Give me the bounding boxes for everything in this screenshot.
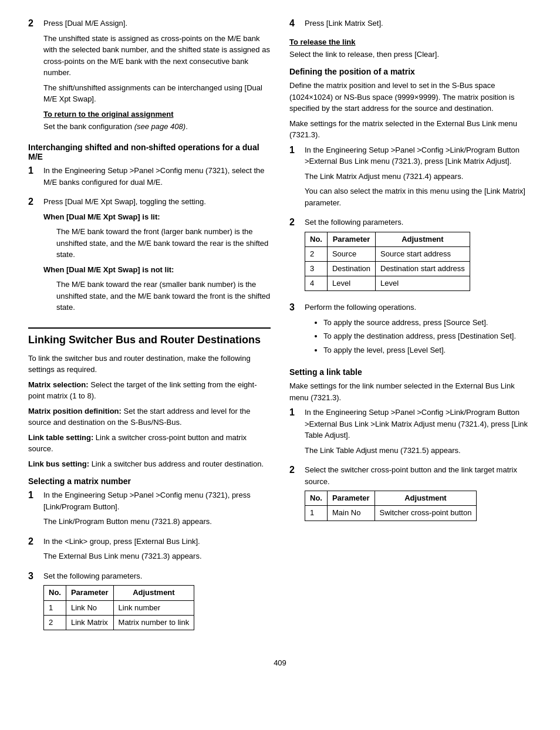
list-item: To apply the destination address, press …: [323, 330, 532, 342]
step-2-setting-link: 2 Select the switcher cross-point button…: [289, 464, 532, 526]
parameters-table-right-defining: No. Parameter Adjustment 2SourceSource s…: [305, 232, 470, 292]
matrix-selection: Matrix selection: Select the target of t…: [28, 379, 271, 402]
step-content: In the Engineering Setup >Panel >Config …: [43, 165, 271, 191]
table-cell: Link Matrix: [66, 615, 113, 630]
link-table: Link table setting: Link a switcher cros…: [28, 432, 271, 455]
step-content: In the <Link> group, press [External Bus…: [43, 536, 271, 566]
step-number: 2: [28, 18, 41, 30]
table-cell: 2: [44, 615, 66, 630]
step-4: 4 Press [Link Matrix Set].: [289, 18, 532, 33]
parameters-table-left: No. Parameter Adjustment 1Link NoLink nu…: [43, 585, 194, 630]
step-number: 2: [28, 196, 41, 208]
step-text: In the Engineering Setup >Panel >Config …: [305, 407, 532, 441]
col-header-param: Parameter: [327, 491, 375, 506]
selecting-matrix-section: Selecting a matrix number 1 In the Engin…: [28, 476, 271, 636]
step-content: Press [Link Matrix Set].: [305, 18, 532, 33]
step-2-interchanging: 2 Press [Dual M/E Xpt Swap], toggling th…: [28, 196, 271, 317]
step-text: In the Engineering Setup >Panel >Config …: [305, 144, 532, 167]
result1: The Link Matrix Adjust menu (7321.4) app…: [305, 171, 532, 182]
table-cell: Level: [376, 276, 470, 291]
table-cell: 3: [305, 261, 328, 276]
setting-link-table-section: Setting a link table Make settings for t…: [289, 367, 532, 526]
col-header-param: Parameter: [327, 232, 375, 246]
table-cell: 4: [305, 276, 328, 291]
step-1-setting-link: 1 In the Engineering Setup >Panel >Confi…: [289, 407, 532, 459]
page-ref: (see page 408): [134, 122, 185, 131]
link-bus: Link bus setting: Link a switcher bus ad…: [28, 458, 271, 470]
step-number: 1: [289, 407, 302, 419]
table-cell: Main No: [327, 506, 375, 521]
col-header-adj: Adjustment: [375, 491, 477, 506]
step-content: Set the following parameters. No. Parame…: [305, 217, 532, 297]
step-text: Press [Link Matrix Set].: [305, 18, 532, 29]
matrix-position: Matrix position definition: Set the star…: [28, 405, 271, 428]
list-item: To apply the source address, press [Sour…: [323, 317, 532, 329]
para2: The shift/unshifted assignments can be i…: [43, 82, 271, 105]
table-cell: Level: [327, 276, 375, 291]
selecting-matrix-title: Selecting a matrix number: [28, 476, 271, 486]
step-content: Perform the following operations. To app…: [305, 302, 532, 360]
when-not-lit: When [Dual M/E Xpt Swap] is not lit:: [43, 264, 271, 276]
setting-link-intro: Make settings for the link number select…: [289, 380, 532, 403]
step-content: In the Engineering Setup >Panel >Config …: [43, 489, 271, 531]
step-number: 2: [289, 464, 302, 476]
defining-intro1: Define the matrix position and level to …: [289, 80, 532, 114]
step-number: 1: [28, 165, 41, 177]
step-text: In the <Link> group, press [External Bus…: [43, 536, 271, 548]
table-cell: Matrix number to link: [113, 615, 194, 630]
step-number: 1: [28, 489, 41, 502]
step-text: Select the switcher cross-point button a…: [305, 464, 532, 487]
step-1-interchanging: 1 In the Engineering Setup >Panel >Confi…: [28, 165, 271, 191]
step-content: Press [Dual M/E Assign]. The unshifted s…: [43, 18, 271, 136]
table-cell: Source: [327, 246, 375, 261]
col-header-no: No.: [305, 232, 328, 246]
subheading-return: To return to the original assignment: [43, 110, 271, 119]
linking-intro: To link the switcher bus and router dest…: [28, 353, 271, 376]
step-content: Select the switcher cross-point button a…: [305, 464, 532, 526]
step-3-defining: 3 Perform the following operations. To a…: [289, 302, 532, 360]
two-column-layout: 2 Press [Dual M/E Assign]. The unshifted…: [28, 18, 532, 641]
table-row: 1Link NoLink number: [44, 600, 194, 615]
matrix-selection-label: Matrix selection:: [28, 380, 89, 389]
release-link-heading: To release the link: [289, 38, 532, 46]
step-text: In the Engineering Setup >Panel >Config …: [43, 165, 271, 188]
interchanging-title: Interchanging shifted and non-shifted op…: [28, 143, 271, 161]
link-bus-label: Link bus setting:: [28, 459, 89, 468]
step-text: Press [Dual M/E Assign].: [43, 18, 271, 29]
subtext-return: Set the bank configuration (see page 408…: [43, 121, 271, 133]
step-text: In the Engineering Setup >Panel >Config …: [43, 489, 271, 512]
defining-intro2: Make settings for the matrix selected in…: [289, 118, 532, 141]
parameters-table-right-link: No. Parameter Adjustment 1Main NoSwitche…: [305, 491, 477, 521]
interchanging-section: Interchanging shifted and non-shifted op…: [28, 143, 271, 317]
result2: You can also select the matrix in this m…: [305, 185, 532, 208]
para1: The unshifted state is assigned as cross…: [43, 33, 271, 79]
step-1-defining: 1 In the Engineering Setup >Panel >Confi…: [289, 144, 532, 212]
table-row: 2Link MatrixMatrix number to link: [44, 615, 194, 630]
table-row: 4LevelLevel: [305, 276, 470, 291]
step-3-selecting: 3 Set the following parameters. No. Para…: [28, 570, 271, 636]
when-lit: When [Dual M/E Xpt Swap] is lit:: [43, 211, 271, 223]
operations-list: To apply the source address, press [Sour…: [323, 317, 532, 356]
table-row: 2SourceSource start address: [305, 246, 470, 261]
link-bus-text: Link a switcher bus address and router d…: [92, 459, 264, 468]
table-row: 1Main NoSwitcher cross-point button: [305, 506, 477, 521]
table-cell: Destination: [327, 261, 375, 276]
table-row: 3DestinationDestination start address: [305, 261, 470, 276]
result: The External Bus Link menu (7321.3) appe…: [43, 550, 271, 562]
step-text: Perform the following operations.: [305, 302, 532, 313]
defining-position-title: Defining the position of a matrix: [289, 67, 532, 76]
table-cell: Link number: [113, 600, 194, 615]
defining-position-section: Defining the position of a matrix Define…: [289, 67, 532, 360]
step-content: In the Engineering Setup >Panel >Config …: [305, 407, 532, 459]
setting-link-table-title: Setting a link table: [289, 367, 532, 377]
when-not-lit-detail: The M/E bank toward the rear (smaller ba…: [56, 279, 271, 313]
table-cell: Switcher cross-point button: [375, 506, 477, 521]
right-column: 4 Press [Link Matrix Set]. To release th…: [289, 18, 532, 641]
step-number: 3: [289, 302, 302, 314]
table-cell: Link No: [66, 600, 113, 615]
col-header-adj: Adjustment: [113, 586, 194, 600]
col-header-no: No.: [44, 586, 66, 600]
step-number: 2: [28, 536, 41, 548]
table-cell: Source start address: [376, 246, 470, 261]
step-number: 4: [289, 18, 302, 30]
